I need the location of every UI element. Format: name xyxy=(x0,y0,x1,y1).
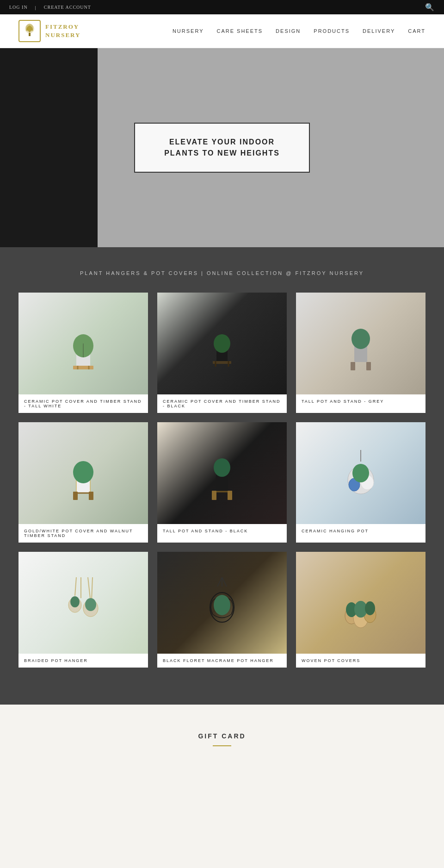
product-image-5 xyxy=(157,422,287,524)
logo-icon xyxy=(18,20,41,42)
product-image-8 xyxy=(157,552,287,654)
nav-care-sheets[interactable]: CARE SHEETS xyxy=(216,28,263,34)
top-bar: LOG IN | CREATE ACCOUNT 🔍 xyxy=(0,0,444,14)
svg-rect-2 xyxy=(29,33,31,36)
product-card-2[interactable]: CERAMIC POT COVER AND TIMBER STAND - BLA… xyxy=(157,293,287,413)
nav-nursery[interactable]: NURSERY xyxy=(173,28,204,34)
logo-text: FITZROY NURSERY xyxy=(45,23,80,39)
product-card-5[interactable]: TALL POT AND STAND - BLACK xyxy=(157,422,287,543)
svg-rect-20 xyxy=(73,492,78,500)
collection-subtitle: PLANT HANGERS & POT COVERS | ONLINE COLL… xyxy=(18,270,426,276)
header: FITZROY NURSERY NURSERY CARE SHEETS DESI… xyxy=(0,14,444,48)
svg-point-15 xyxy=(352,329,370,349)
product-card-7[interactable]: BRAIDED POT HANGER xyxy=(18,552,148,668)
hero-title: ELEVATE YOUR INDOOR PLANTS TO NEW HEIGHT… xyxy=(157,137,287,159)
main-nav: NURSERY CARE SHEETS DESIGN PRODUCTS DELI… xyxy=(173,28,426,34)
product-card-8[interactable]: BLACK FLORET MACRAME POT HANGER xyxy=(157,552,287,668)
product-card-4[interactable]: GOLD/WHITE POT COVER AND WALNUT TIMBER S… xyxy=(18,422,148,543)
svg-rect-25 xyxy=(212,491,216,500)
product-label-7: BRAIDED POT HANGER xyxy=(18,654,148,668)
svg-rect-6 xyxy=(73,366,93,369)
collection-section: PLANT HANGERS & POT COVERS | ONLINE COLL… xyxy=(0,247,444,705)
product-image-9 xyxy=(296,552,426,654)
nav-delivery[interactable]: DELIVERY xyxy=(363,28,395,34)
svg-point-40 xyxy=(85,598,96,611)
svg-line-41 xyxy=(217,577,222,587)
svg-point-10 xyxy=(214,334,230,353)
product-label-5: TALL POT AND STAND - BLACK xyxy=(157,524,287,538)
product-label-8: BLACK FLORET MACRAME POT HANGER xyxy=(157,654,287,668)
logo[interactable]: FITZROY NURSERY xyxy=(18,20,80,42)
top-bar-left: LOG IN | CREATE ACCOUNT xyxy=(9,5,91,10)
login-link[interactable]: LOG IN xyxy=(9,5,28,10)
product-card-9[interactable]: WOVEN POT COVERS xyxy=(296,552,426,668)
svg-rect-16 xyxy=(351,362,355,370)
gift-card-title: GIFT CARD xyxy=(18,732,426,740)
product-card-1[interactable]: CERAMIC POT COVER AND TIMBER STAND - TAL… xyxy=(18,293,148,413)
separator: | xyxy=(35,5,37,10)
product-card-6[interactable]: CERAMIC HANGING POT xyxy=(296,422,426,543)
svg-point-51 xyxy=(365,601,375,615)
product-image-6 xyxy=(296,422,426,524)
search-icon-top[interactable]: 🔍 xyxy=(425,3,435,12)
svg-point-24 xyxy=(214,458,230,477)
svg-line-33 xyxy=(75,577,76,596)
product-card-3[interactable]: TALL POT AND STAND - GREY xyxy=(296,293,426,413)
svg-rect-17 xyxy=(366,362,371,370)
gift-divider xyxy=(213,745,231,746)
product-label-3: TALL POT AND STAND - GREY xyxy=(296,394,426,408)
hero-section: ELEVATE YOUR INDOOR PLANTS TO NEW HEIGHT… xyxy=(0,48,444,247)
product-label-1: CERAMIC POT COVER AND TIMBER STAND - TAL… xyxy=(18,394,148,413)
nav-products[interactable]: PRODUCTS xyxy=(314,28,350,34)
svg-point-45 xyxy=(214,595,230,615)
svg-point-36 xyxy=(70,596,80,607)
product-label-6: CERAMIC HANGING POT xyxy=(296,524,426,538)
product-label-2: CERAMIC POT COVER AND TIMBER STAND - BLA… xyxy=(157,394,287,413)
gift-section: GIFT CARD xyxy=(0,705,444,765)
svg-point-19 xyxy=(73,461,93,483)
svg-line-43 xyxy=(222,577,227,587)
svg-line-38 xyxy=(92,577,92,600)
product-label-9: WOVEN POT COVERS xyxy=(296,654,426,668)
svg-rect-21 xyxy=(89,492,93,500)
product-label-4: GOLD/WHITE POT COVER AND WALNUT TIMBER S… xyxy=(18,524,148,543)
svg-line-37 xyxy=(88,577,90,598)
product-image-1 xyxy=(18,293,148,394)
product-image-3 xyxy=(296,293,426,394)
nav-cart[interactable]: CART xyxy=(408,28,426,34)
svg-point-32 xyxy=(352,464,369,482)
nav-design[interactable]: DESIGN xyxy=(276,28,301,34)
hero-text-box: ELEVATE YOUR INDOOR PLANTS TO NEW HEIGHT… xyxy=(134,123,310,173)
product-image-4 xyxy=(18,422,148,524)
product-grid: CERAMIC POT COVER AND TIMBER STAND - TAL… xyxy=(18,293,426,668)
svg-rect-26 xyxy=(228,491,232,500)
create-account-link[interactable]: CREATE ACCOUNT xyxy=(44,5,91,10)
product-image-7 xyxy=(18,552,148,654)
product-image-2 xyxy=(157,293,287,394)
